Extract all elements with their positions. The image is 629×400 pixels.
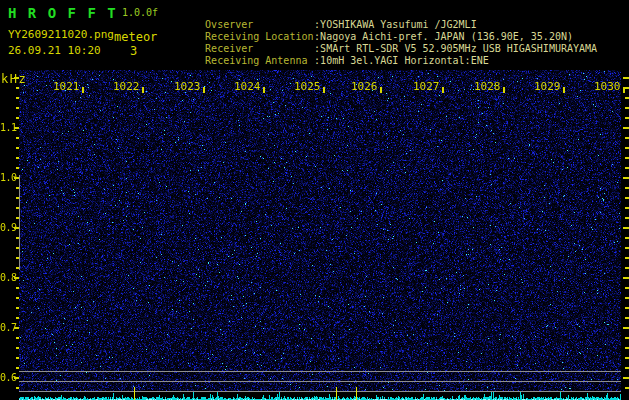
- freq-tick-right: [623, 377, 629, 379]
- freq-tick: [16, 217, 19, 219]
- freq-tick-label: 0.9: [0, 222, 14, 233]
- freq-tick: [16, 187, 19, 189]
- freq-tick-right: [625, 317, 629, 319]
- time-tick-label: 1026: [351, 80, 378, 93]
- freq-tick: [16, 297, 19, 299]
- time-tick: [442, 87, 444, 93]
- freq-tick: [16, 197, 19, 199]
- time-tick: [563, 87, 565, 93]
- freq-tick: [16, 157, 19, 159]
- time-tick: [380, 87, 382, 93]
- info-value: :10mH 3el.YAGI Horizontal:ENE: [314, 55, 489, 66]
- mode-label: meteor: [114, 30, 157, 44]
- freq-tick: [16, 167, 19, 169]
- meteor-count: 3: [130, 44, 137, 58]
- y-axis-unit-label: kHz: [1, 72, 27, 86]
- time-tick-label: 1027: [413, 80, 440, 93]
- freq-tick-right: [625, 287, 629, 289]
- freq-tick: [16, 147, 19, 149]
- freq-tick-right: [625, 307, 629, 309]
- freq-tick-label: 0.6: [0, 372, 14, 383]
- app-title: H R O F F T: [8, 5, 117, 21]
- freq-tick-right: [625, 187, 629, 189]
- time-tick: [142, 87, 144, 93]
- freq-tick-right: [625, 237, 629, 239]
- freq-tick: [16, 307, 19, 309]
- freq-tick-right: [625, 167, 629, 169]
- time-tick-label: 1025: [294, 80, 321, 93]
- timestamp: 26.09.21 10:20: [8, 44, 101, 57]
- time-tick: [503, 87, 505, 93]
- freq-tick-label: 1.1: [0, 122, 14, 133]
- freq-tick-right: [625, 367, 629, 369]
- time-tick: [82, 87, 84, 93]
- time-tick-label: 1021: [53, 80, 80, 93]
- app-version: 1.0.0f: [122, 7, 158, 18]
- time-tick-label: 1028: [474, 80, 501, 93]
- freq-tick-right: [623, 177, 629, 179]
- time-tick: [203, 87, 205, 93]
- freq-tick: [16, 367, 19, 369]
- time-tick-label: 1029: [534, 80, 561, 93]
- freq-tick: [16, 107, 19, 109]
- freq-tick: [16, 97, 19, 99]
- spectrogram-canvas: [19, 70, 621, 400]
- freq-tick-right: [625, 117, 629, 119]
- time-tick-label: 1023: [174, 80, 201, 93]
- freq-tick-right: [625, 147, 629, 149]
- freq-tick-right: [623, 227, 629, 229]
- freq-tick-right: [625, 157, 629, 159]
- freq-tick-right: [625, 347, 629, 349]
- freq-tick-right: [623, 277, 629, 279]
- time-tick-label: 1024: [234, 80, 261, 93]
- time-tick: [263, 87, 265, 93]
- freq-tick: [16, 337, 19, 339]
- time-tick: [623, 87, 625, 93]
- time-tick: [323, 87, 325, 93]
- freq-tick: [16, 137, 19, 139]
- freq-tick-right: [625, 207, 629, 209]
- freq-tick-right: [625, 197, 629, 199]
- freq-tick-right: [623, 77, 629, 79]
- freq-tick-right: [625, 217, 629, 219]
- info-label: Receiving Antenna: [205, 55, 314, 67]
- freq-tick-right: [625, 247, 629, 249]
- freq-tick: [16, 237, 19, 239]
- freq-tick: [16, 117, 19, 119]
- freq-tick-right: [625, 297, 629, 299]
- freq-tick-right: [623, 127, 629, 129]
- time-tick-label: 1030: [594, 80, 621, 93]
- freq-tick: [16, 247, 19, 249]
- freq-tick: [16, 387, 19, 389]
- freq-tick: [16, 317, 19, 319]
- freq-tick-label: 0.7: [0, 322, 14, 333]
- time-tick-label: 1022: [113, 80, 140, 93]
- freq-tick-right: [625, 107, 629, 109]
- freq-tick-right: [625, 337, 629, 339]
- freq-tick-right: [623, 327, 629, 329]
- output-filename: YY2609211020.png: [8, 28, 114, 41]
- freq-tick: [16, 267, 19, 269]
- freq-tick-right: [625, 87, 629, 89]
- freq-tick: [16, 357, 19, 359]
- freq-tick: [16, 347, 19, 349]
- freq-tick-right: [625, 257, 629, 259]
- freq-tick-right: [625, 387, 629, 389]
- hrofft-window: H R O F F T 1.0.0f YY2609211020.png mete…: [0, 0, 629, 400]
- freq-tick-right: [625, 137, 629, 139]
- freq-tick: [16, 207, 19, 209]
- freq-tick-right: [625, 357, 629, 359]
- freq-tick-label: 0.8: [0, 272, 14, 283]
- freq-tick: [16, 257, 19, 259]
- freq-tick-label: 1.0: [0, 172, 14, 183]
- freq-tick: [16, 287, 19, 289]
- freq-tick-right: [625, 97, 629, 99]
- freq-tick-right: [625, 267, 629, 269]
- freq-tick: [16, 87, 19, 89]
